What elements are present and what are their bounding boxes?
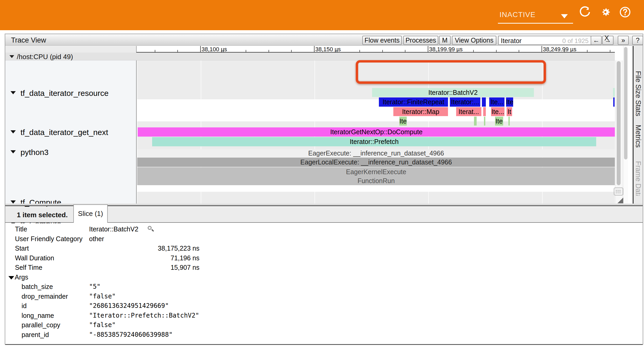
arg-key: drop_remainder xyxy=(22,293,68,300)
capture-status-select[interactable]: INACTIVE xyxy=(498,8,573,24)
chevron-down-icon xyxy=(561,14,568,18)
slice-details-panel: TitleIterator::BatchV2User Friendly Cate… xyxy=(5,223,643,340)
scrollbar-thumb[interactable] xyxy=(617,61,621,185)
slice-iterat-[interactable]: Iterat... xyxy=(456,107,481,116)
refresh-icon[interactable] xyxy=(579,6,591,18)
zoom-to-selection-button[interactable]: » xyxy=(618,36,629,45)
track-band xyxy=(137,99,615,121)
slice-ite[interactable]: Ite xyxy=(506,97,513,107)
arg-value: "false" xyxy=(89,321,116,329)
button-processes[interactable]: Processes xyxy=(403,36,438,45)
search-box[interactable]: Iterator 0 of 1925 xyxy=(498,36,591,45)
slice-unlabeled[interactable] xyxy=(482,97,486,107)
button-flow-events[interactable]: Flow events xyxy=(362,36,402,45)
args-expand-icon[interactable] xyxy=(8,276,14,279)
minor-tick xyxy=(496,50,497,52)
minor-tick xyxy=(359,50,360,52)
close-process-button[interactable]: X xyxy=(604,34,609,42)
slice-iterator-finiterepeat[interactable]: Iterator::FiniteRepeat xyxy=(379,97,448,107)
arg-key: id xyxy=(22,302,27,310)
arg-value: "2686136324951429669" xyxy=(89,302,169,309)
arg-row-parent_id: parent_id"-8853857924060639988" xyxy=(5,331,215,339)
slice-iterator-batchv2[interactable]: Iterator::BatchV2 xyxy=(372,88,534,97)
slice-unlabeled[interactable] xyxy=(474,117,477,126)
slice-unlabeled[interactable] xyxy=(483,107,486,116)
track-label-tf_data_iterator_resource[interactable]: tf_data_iterator_resource xyxy=(20,89,109,98)
page-scrollbar[interactable] xyxy=(623,46,628,204)
slice-unlabeled[interactable] xyxy=(484,117,485,126)
track-label-panel: tf_data_iterator_resourcetf_data_iterato… xyxy=(5,60,137,204)
timeline-vertical-scrollbar[interactable] xyxy=(615,60,623,204)
help-button[interactable]: ? xyxy=(632,36,643,45)
slice-ite-[interactable]: Ite... xyxy=(491,107,504,116)
slice-unlabeled[interactable] xyxy=(508,117,510,126)
slice-unlabeled[interactable] xyxy=(613,97,615,107)
search-input[interactable]: Iterator xyxy=(501,37,522,45)
track-label-tf_data_iterator_get_next[interactable]: tf_data_iterator_get_next xyxy=(20,128,108,137)
trace-view-panel: Trace View Flow eventsProcessesMView Opt… xyxy=(5,34,643,345)
collapse-arrow-icon[interactable] xyxy=(11,91,16,94)
slice-iteratorgetnextop-docompute[interactable]: IteratorGetNextOp::DoCompute xyxy=(138,127,615,137)
minor-tick xyxy=(405,50,405,52)
tab-slice[interactable]: Slice (1) xyxy=(73,204,108,223)
track-label-text: tf_data_iterator_get_next xyxy=(20,128,108,137)
magnifier-lens xyxy=(148,226,152,230)
collapse-arrow-icon[interactable] xyxy=(11,200,16,204)
slice-iterator-[interactable]: Iterator:... xyxy=(450,97,480,107)
process-header[interactable]: /host:CPU (pid 49) xyxy=(5,53,615,60)
button-view-options[interactable]: View Options xyxy=(452,36,496,45)
slice-ite-[interactable]: Ite... xyxy=(489,97,504,107)
help-icon[interactable] xyxy=(619,6,631,18)
slice-it[interactable]: It xyxy=(507,107,512,116)
slice-ite[interactable]: Ite xyxy=(495,117,503,126)
page-scrollbar-thumb[interactable] xyxy=(624,47,627,159)
slice-iterator-map[interactable]: Iterator::Map xyxy=(393,107,448,116)
track-band xyxy=(137,192,615,204)
detail-row-title: TitleIterator::BatchV2 xyxy=(5,225,215,234)
arg-row-drop_remainder: drop_remainder"false" xyxy=(5,293,215,301)
sidebar-tab-file-size-stats[interactable]: File Size Stats xyxy=(634,71,642,118)
collapse-arrow-icon[interactable] xyxy=(11,130,16,133)
slice-functionrun[interactable]: FunctionRun xyxy=(137,176,615,185)
minor-tick xyxy=(610,50,610,52)
minor-tick xyxy=(155,50,155,52)
magnifier-icon[interactable] xyxy=(147,226,154,233)
slice-iterator-prefetch[interactable]: Iterator::Prefetch xyxy=(152,137,596,146)
args-section-header[interactable]: Args xyxy=(8,273,114,281)
arg-value: "5" xyxy=(89,283,100,290)
arg-value: "-8853857924060639988" xyxy=(89,331,173,338)
minor-tick xyxy=(269,50,269,52)
slice-eagerexecute-inference-run-dataset-4966[interactable]: EagerExecute: __inference_run_dataset_49… xyxy=(137,149,615,157)
detail-label: Start xyxy=(15,245,29,252)
trace-toolbar: Trace View Flow eventsProcessesMView Opt… xyxy=(5,34,643,46)
tick-label: 38,199.99 µs xyxy=(429,46,463,53)
arg-value: "Iterator::Prefetch::BatchV2" xyxy=(89,312,199,319)
track-label-text: tf_data_iterator_resource xyxy=(20,89,109,97)
detail-value-numeric: 38,175,223 ns xyxy=(89,245,199,252)
collapse-arrow-icon[interactable] xyxy=(11,150,16,153)
corner-resize-icon xyxy=(617,198,623,203)
slice-unlabeled[interactable] xyxy=(613,88,615,97)
arg-key: long_name xyxy=(22,312,54,319)
gear-icon[interactable] xyxy=(599,6,611,18)
timeline-canvas[interactable]: Iterator::BatchV2Iterator::FiniteRepeatI… xyxy=(137,60,615,204)
slice-eagerlocalexecute-inference-run-dataset-4966[interactable]: EagerLocalExecute: __inference_run_datas… xyxy=(137,158,615,167)
button-m[interactable]: M xyxy=(439,36,451,45)
resize-grippy-handle[interactable] xyxy=(614,188,623,195)
time-ruler[interactable]: 38,100 µs38,150 µs38,199.99 µs38,249.99 … xyxy=(136,46,615,53)
slice-eagerkernelexecute[interactable]: EagerKernelExecute xyxy=(137,167,615,176)
arg-key: parallel_copy xyxy=(22,321,60,329)
process-name: /host:CPU (pid 49) xyxy=(17,53,73,61)
detail-row-start: Start38,175,223 ns xyxy=(5,245,215,253)
track-label-python3[interactable]: python3 xyxy=(20,148,49,157)
sidebar-tab-metrics[interactable]: Metrics xyxy=(634,125,642,156)
bottom-edge-line xyxy=(5,344,643,345)
magnifier-handle xyxy=(151,229,154,232)
capture-status-label: INACTIVE xyxy=(499,11,535,19)
detail-label: Wall Duration xyxy=(15,254,54,262)
collapse-arrow-icon[interactable] xyxy=(9,55,14,58)
slice-ite[interactable]: Ite xyxy=(399,117,407,126)
find-previous-button[interactable]: ← xyxy=(591,36,602,45)
tick-label: 38,150 µs xyxy=(315,46,341,53)
detail-label: User Friendly Category xyxy=(15,235,83,243)
